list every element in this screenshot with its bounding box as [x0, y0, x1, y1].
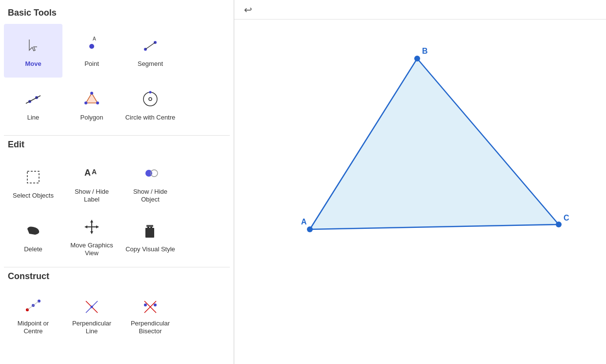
perpendicular-line-label: Perpendicular Line — [66, 320, 117, 335]
midpoint-label: Midpoint or Centre — [8, 320, 59, 335]
select-objects-icon — [21, 165, 45, 189]
line-icon — [21, 87, 45, 111]
svg-point-12 — [143, 92, 157, 106]
svg-rect-26 — [145, 228, 154, 238]
tool-copy-visual[interactable]: Copy Visual Style — [121, 209, 180, 263]
divider-1 — [4, 135, 230, 136]
svg-rect-15 — [27, 171, 39, 183]
svg-line-4 — [145, 42, 155, 49]
construct-tools-grid: Midpoint or Centre Perpendicular Line — [4, 287, 230, 341]
tool-move[interactable]: Move — [4, 24, 62, 78]
svg-text:A: A — [84, 168, 91, 178]
svg-marker-23 — [96, 225, 99, 228]
svg-point-14 — [149, 91, 152, 94]
svg-marker-22 — [84, 225, 87, 228]
right-panel: ↩ — [234, 0, 606, 364]
canvas-area — [234, 20, 606, 364]
tool-delete[interactable]: Delete — [4, 209, 62, 263]
svg-point-9 — [90, 92, 93, 95]
tool-midpoint[interactable]: Midpoint or Centre — [4, 287, 62, 341]
point-label: Point — [84, 60, 99, 68]
tool-select-objects[interactable]: Select Objects — [4, 156, 62, 209]
svg-point-1 — [89, 44, 94, 49]
show-hide-object-label: Show / Hide Object — [125, 188, 176, 203]
show-hide-label-icon: A A — [80, 162, 103, 185]
tool-move-graphics[interactable]: Move Graphics View — [62, 209, 121, 263]
svg-point-40 — [154, 303, 157, 306]
svg-point-18 — [145, 170, 152, 177]
tool-polygon[interactable]: Polygon — [62, 78, 121, 131]
undo-button[interactable]: ↩ — [240, 2, 256, 18]
svg-line-33 — [27, 301, 39, 310]
segment-icon — [139, 34, 162, 57]
tool-point[interactable]: A Point — [62, 24, 121, 78]
delete-icon — [21, 219, 45, 243]
polygon-icon — [80, 87, 103, 111]
delete-label: Delete — [24, 245, 42, 253]
tool-segment[interactable]: Segment — [121, 24, 180, 78]
perpendicular-bisector-icon — [139, 293, 162, 317]
svg-point-36 — [91, 306, 93, 308]
midpoint-icon — [21, 293, 45, 317]
svg-point-39 — [144, 303, 147, 306]
move-icon — [21, 34, 45, 57]
copy-visual-label: Copy Visual Style — [125, 245, 175, 253]
basic-tools-grid: Move A Point Segment — [4, 24, 230, 131]
svg-line-7 — [26, 96, 40, 103]
edit-title: Edit — [4, 140, 230, 150]
basic-tools-title: Basic Tools — [4, 8, 230, 18]
edit-tools-grid: Select Objects A A Show / Hide Label Sho… — [4, 156, 230, 263]
point-icon: A — [80, 34, 103, 57]
select-objects-label: Select Objects — [13, 192, 54, 200]
move-graphics-label: Move Graphics View — [66, 242, 117, 257]
tool-perpendicular-bisector[interactable]: Perpendicular Bisector — [121, 287, 180, 341]
triangle-canvas — [234, 20, 606, 364]
svg-marker-21 — [90, 231, 93, 234]
svg-rect-29 — [146, 225, 153, 227]
segment-label: Segment — [138, 60, 163, 68]
tool-perpendicular-line[interactable]: Perpendicular Line — [62, 287, 121, 341]
left-panel: Basic Tools Move A Point — [0, 0, 234, 364]
move-graphics-icon — [80, 215, 103, 239]
copy-visual-icon — [139, 219, 162, 243]
tool-show-hide-label[interactable]: A A Show / Hide Label — [62, 156, 121, 209]
svg-point-13 — [149, 98, 152, 101]
perpendicular-line-icon — [80, 293, 103, 317]
divider-2 — [4, 267, 230, 267]
svg-text:A: A — [92, 168, 97, 176]
tool-circle-centre[interactable]: Circle with Centre — [121, 78, 180, 131]
circle-centre-label: Circle with Centre — [125, 114, 176, 121]
show-hide-object-icon — [139, 162, 162, 185]
tool-line[interactable]: Line — [4, 78, 62, 131]
tool-show-hide-object[interactable]: Show / Hide Object — [121, 156, 180, 209]
svg-point-11 — [84, 101, 87, 104]
line-label: Line — [27, 114, 40, 121]
show-hide-label-label: Show / Hide Label — [66, 188, 117, 203]
circle-centre-icon — [139, 87, 162, 111]
svg-marker-20 — [90, 220, 93, 222]
move-label: Move — [25, 60, 41, 68]
construct-title: Construct — [4, 271, 230, 282]
perpendicular-bisector-label: Perpendicular Bisector — [125, 320, 176, 335]
svg-text:A: A — [93, 36, 96, 41]
toolbar-top: ↩ — [234, 0, 606, 20]
polygon-label: Polygon — [81, 114, 103, 121]
svg-point-10 — [96, 101, 99, 104]
